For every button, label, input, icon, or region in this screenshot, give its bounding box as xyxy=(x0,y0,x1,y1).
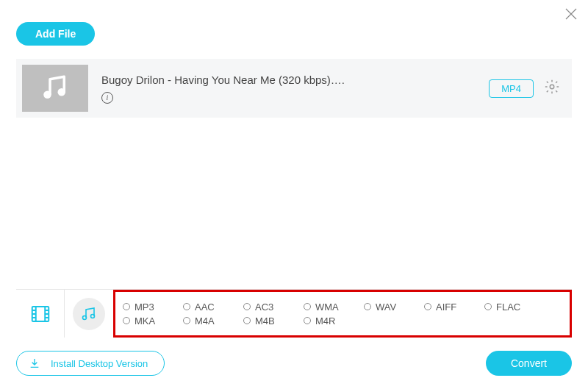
format-aiff[interactable]: AIFF xyxy=(424,301,484,313)
install-desktop-button[interactable]: Install Desktop Version xyxy=(16,351,165,376)
music-icon xyxy=(80,305,98,323)
file-thumbnail xyxy=(22,65,88,112)
format-m4r[interactable]: M4R xyxy=(304,315,364,326)
format-aac[interactable]: AAC xyxy=(183,301,243,313)
download-icon xyxy=(29,357,40,369)
format-m4b[interactable]: M4B xyxy=(243,315,304,326)
format-wav[interactable]: WAV xyxy=(364,301,424,313)
film-icon xyxy=(29,303,51,325)
file-item: Bugoy Drilon - Having You Near Me (320 k… xyxy=(16,59,572,118)
format-mp3[interactable]: MP3 xyxy=(123,301,183,313)
svg-point-12 xyxy=(83,315,87,319)
format-flac[interactable]: FLAC xyxy=(484,301,545,313)
info-icon[interactable]: i xyxy=(101,92,113,104)
gear-icon[interactable] xyxy=(544,79,560,98)
format-wma[interactable]: WMA xyxy=(304,301,364,313)
add-file-button[interactable]: Add File xyxy=(16,22,95,46)
format-options: MP3 AAC AC3 WMA WAV AIFF FLAC MKA M4A M4… xyxy=(113,290,572,338)
svg-point-1 xyxy=(58,88,66,96)
format-panel: MP3 AAC AC3 WMA WAV AIFF FLAC MKA M4A M4… xyxy=(16,289,572,338)
music-note-icon xyxy=(40,73,71,104)
output-format-button[interactable]: MP4 xyxy=(489,79,534,98)
footer: Install Desktop Version Convert xyxy=(16,351,572,376)
format-mka[interactable]: MKA xyxy=(123,315,183,326)
tab-audio[interactable] xyxy=(65,290,113,338)
svg-point-13 xyxy=(91,314,95,318)
format-ac3[interactable]: AC3 xyxy=(243,301,304,313)
format-m4a[interactable]: M4A xyxy=(183,315,243,326)
convert-button[interactable]: Convert xyxy=(486,351,572,376)
svg-point-0 xyxy=(43,91,51,99)
svg-point-2 xyxy=(550,85,554,89)
tab-video[interactable] xyxy=(16,290,65,338)
close-icon[interactable] xyxy=(564,7,578,23)
file-title: Bugoy Drilon - Having You Near Me (320 k… xyxy=(101,74,489,86)
